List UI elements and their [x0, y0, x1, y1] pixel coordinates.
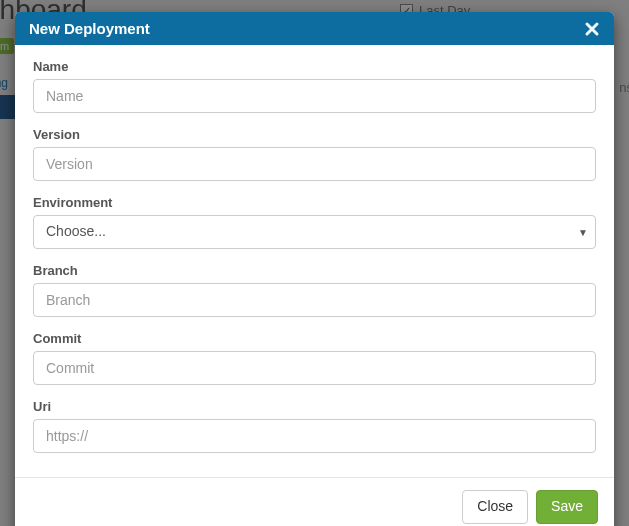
field-uri: Uri [33, 399, 596, 453]
label-environment: Environment [33, 195, 596, 210]
field-branch: Branch [33, 263, 596, 317]
environment-select[interactable]: Choose... [33, 215, 596, 249]
uri-input[interactable] [33, 419, 596, 453]
field-name: Name [33, 59, 596, 113]
field-commit: Commit [33, 331, 596, 385]
modal-body: Name Version Environment Choose... ▼ Bra… [15, 45, 614, 477]
label-commit: Commit [33, 331, 596, 346]
field-version: Version [33, 127, 596, 181]
modal-footer: Close Save [15, 477, 614, 526]
save-button[interactable]: Save [536, 490, 598, 524]
close-button[interactable]: Close [462, 490, 528, 524]
version-input[interactable] [33, 147, 596, 181]
new-deployment-modal: New Deployment Name Version Environment … [15, 12, 614, 526]
modal-title: New Deployment [29, 20, 150, 37]
commit-input[interactable] [33, 351, 596, 385]
modal-header: New Deployment [15, 12, 614, 45]
label-branch: Branch [33, 263, 596, 278]
field-environment: Environment Choose... ▼ [33, 195, 596, 249]
close-icon[interactable] [584, 21, 600, 37]
label-version: Version [33, 127, 596, 142]
label-uri: Uri [33, 399, 596, 414]
label-name: Name [33, 59, 596, 74]
name-input[interactable] [33, 79, 596, 113]
branch-input[interactable] [33, 283, 596, 317]
